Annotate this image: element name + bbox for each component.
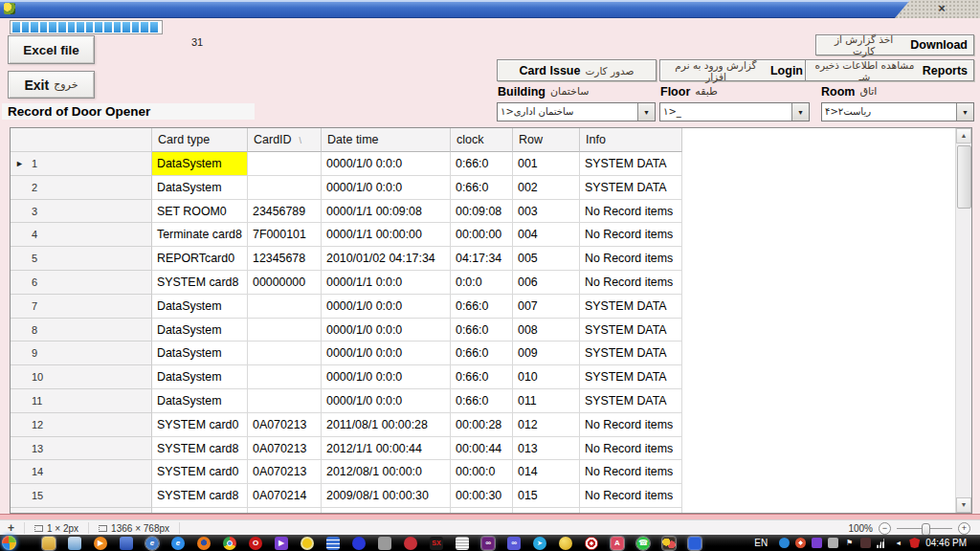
- cell-card-id[interactable]: [248, 319, 322, 342]
- cell-info[interactable]: SYSTEM DATA: [580, 319, 682, 342]
- telegram-icon[interactable]: ➤: [533, 537, 546, 550]
- tray-chat-icon[interactable]: [828, 538, 838, 548]
- cell-info[interactable]: SYSTEM DATA: [580, 389, 682, 413]
- cell-card-type[interactable]: DataSystem: [152, 365, 248, 389]
- opera-icon[interactable]: O: [249, 537, 262, 550]
- cell-row[interactable]: 005: [513, 247, 580, 271]
- internet-explorer-icon[interactable]: e: [171, 537, 185, 550]
- room-combobox[interactable]: ریاست۲<۴ ▼: [821, 102, 974, 121]
- row-header[interactable]: 12: [11, 413, 152, 437]
- table-row[interactable]: 10DataSystem0000/1/0 0:0:00:66:0010SYSTE…: [11, 365, 971, 389]
- cell-info[interactable]: SYSTEM DATA: [580, 365, 682, 389]
- cell-row[interactable]: 011: [513, 389, 580, 413]
- cell-card-type[interactable]: SYSTEM card0: [152, 460, 248, 484]
- cell-card-id[interactable]: 0A070213: [248, 437, 322, 461]
- target-app-icon[interactable]: [585, 537, 598, 550]
- cell-card-type[interactable]: SYSTEM card0: [152, 413, 248, 437]
- whatsapp-icon[interactable]: ☎: [636, 537, 650, 550]
- cell-card-id[interactable]: 0A070213: [248, 460, 322, 484]
- cell-date-time[interactable]: 2012/08/1 00:00:0: [322, 460, 451, 484]
- chevron-down-icon[interactable]: ▼: [637, 103, 655, 121]
- chevron-down-icon[interactable]: ▼: [956, 103, 973, 121]
- cell-card-id[interactable]: 7F000101: [248, 223, 322, 247]
- sx-app-icon[interactable]: SX: [430, 537, 443, 550]
- cell-card-type[interactable]: Terminate card8: [152, 223, 248, 247]
- cell-info[interactable]: No Record items: [580, 271, 682, 295]
- cell-card-id[interactable]: 12345678: [248, 247, 322, 271]
- app-gray-icon[interactable]: [378, 537, 391, 550]
- cell-info[interactable]: No Record items: [580, 247, 682, 271]
- cell-clock[interactable]: 00:09:08: [451, 200, 513, 224]
- cell-info[interactable]: No Record items: [580, 460, 682, 484]
- zoom-out-icon[interactable]: −: [879, 522, 891, 535]
- cell-clock[interactable]: 0:66:0: [451, 389, 513, 413]
- cell-clock[interactable]: 0:66:0: [451, 152, 513, 176]
- tray-flag-icon[interactable]: ⚑: [844, 538, 855, 548]
- app-blue-icon[interactable]: [120, 537, 133, 550]
- media-yellow-icon[interactable]: [301, 537, 314, 550]
- cell-date-time[interactable]: 0000/1/0 0:0:0: [322, 319, 451, 342]
- tray-mail-icon[interactable]: [795, 538, 806, 548]
- cell-row[interactable]: 006: [513, 271, 580, 295]
- table-row[interactable]: 3SET ROOM0234567890000/1/1 00:09:0800:09…: [11, 200, 971, 224]
- row-header[interactable]: 13: [11, 437, 152, 461]
- cell-row[interactable]: 015: [513, 484, 580, 508]
- cell-info[interactable]: No Record items: [580, 484, 682, 508]
- download-button[interactable]: اخذ گزارش از کارت Download: [815, 34, 974, 55]
- start-button[interactable]: [2, 536, 16, 550]
- table-row[interactable]: 7DataSystem0000/1/0 0:0:00:66:0007SYSTEM…: [11, 295, 971, 319]
- tray-player-icon[interactable]: [812, 538, 822, 548]
- table-row[interactable]: 9DataSystem0000/1/0 0:0:00:66:0009SYSTEM…: [11, 342, 971, 365]
- scrollbar-thumb[interactable]: [957, 145, 971, 209]
- cell-date-time[interactable]: 2009/08/1 00:00:30: [322, 484, 451, 508]
- tray-signal-icon[interactable]: [877, 538, 887, 548]
- photo-viewer-icon[interactable]: [68, 537, 81, 550]
- cell-date-time[interactable]: 2011/08/1 00:00:28: [322, 413, 451, 437]
- cell-row[interactable]: 004: [513, 223, 580, 247]
- chevron-down-icon[interactable]: ▼: [791, 103, 809, 121]
- cell-clock[interactable]: 04:17:34: [451, 247, 513, 271]
- row-header[interactable]: 15: [11, 484, 152, 508]
- cell-date-time[interactable]: 2010/01/02 04:17:34: [322, 247, 451, 271]
- row-header[interactable]: 6: [11, 271, 152, 295]
- zoom-slider[interactable]: [897, 528, 952, 529]
- scroll-down-icon[interactable]: ▼: [956, 497, 971, 513]
- table-row[interactable]: ►1DataSystem0000/1/0 0:0:00:66:0001SYSTE…: [11, 152, 971, 176]
- keys-app-icon[interactable]: [662, 537, 676, 550]
- table-row[interactable]: 5REPORTcard0123456782010/01/02 04:17:340…: [11, 247, 971, 271]
- kmplayer-icon[interactable]: ▶: [275, 537, 288, 550]
- yellow-ball-icon[interactable]: [559, 537, 572, 550]
- row-header[interactable]: 9: [11, 342, 152, 365]
- row-header[interactable]: 11: [11, 389, 152, 413]
- cell-row[interactable]: 014: [513, 460, 580, 484]
- column-header-clock[interactable]: clock: [451, 128, 513, 152]
- cell-date-time[interactable]: 0000/1/1 00:00:00: [322, 223, 451, 247]
- cell-card-id[interactable]: 0A070214: [248, 484, 322, 508]
- cell-row[interactable]: 012: [513, 413, 580, 437]
- cell-card-type[interactable]: DataSystem: [152, 389, 248, 413]
- cell-clock[interactable]: 00:00:30: [451, 484, 513, 508]
- cell-date-time[interactable]: 0000/1/1 00:09:08: [322, 200, 451, 224]
- table-row[interactable]: 4Terminate card87F0001010000/1/1 00:00:0…: [11, 223, 971, 247]
- cell-row[interactable]: 002: [513, 176, 580, 200]
- column-header-row[interactable]: Row: [513, 128, 580, 152]
- zoom-in-icon[interactable]: +: [958, 522, 970, 535]
- notepad-icon[interactable]: [456, 537, 469, 550]
- cell-card-type[interactable]: DataSystem: [152, 152, 248, 176]
- cell-row[interactable]: 010: [513, 365, 580, 389]
- cell-card-type[interactable]: DataSystem: [152, 295, 248, 319]
- row-header[interactable]: 8: [11, 319, 152, 342]
- cell-card-id[interactable]: 00000000: [248, 271, 322, 295]
- cell-row[interactable]: 001: [513, 152, 580, 176]
- table-row[interactable]: 8DataSystem0000/1/0 0:0:00:66:0008SYSTEM…: [11, 319, 971, 342]
- cell-row[interactable]: 013: [513, 437, 580, 461]
- cell-card-id[interactable]: 23456789: [248, 200, 322, 224]
- cell-clock[interactable]: 00:00:0: [451, 460, 513, 484]
- app-red-icon[interactable]: [404, 537, 417, 550]
- cell-clock[interactable]: 0:66:0: [451, 342, 513, 365]
- close-icon[interactable]: ×: [934, 1, 949, 16]
- title-bar[interactable]: [0, 0, 980, 18]
- cell-card-type[interactable]: SYSTEM card8: [152, 271, 248, 295]
- cell-clock[interactable]: 0:66:0: [451, 365, 513, 389]
- cell-date-time[interactable]: 0000/1/0 0:0:0: [322, 176, 451, 200]
